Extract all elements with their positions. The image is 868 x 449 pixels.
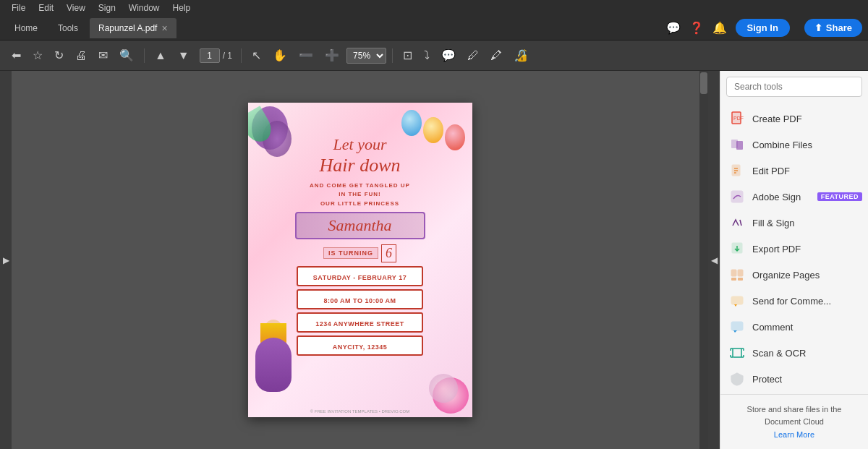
tool-item-create-pdf[interactable]: PDF Create PDF	[720, 106, 868, 132]
create-pdf-label: Create PDF	[752, 114, 802, 124]
send-comment-icon	[729, 293, 745, 309]
tool-item-scan-ocr[interactable]: Scan & OCR	[720, 340, 868, 366]
svg-rect-15	[738, 278, 743, 281]
toolbar-rotate-btn[interactable]: ⤵	[420, 46, 434, 65]
send-comment-label: Send for Comme...	[752, 296, 831, 307]
separator-3	[392, 48, 393, 63]
pdf-time-text: 8:00 AM TO 10:00 AM	[323, 297, 396, 304]
organize-pages-label: Organize Pages	[752, 270, 820, 281]
menu-view[interactable]: View	[61, 1, 91, 14]
header-icons: 💬 ❓ 🔔 Sign In ⬆ Share	[666, 19, 862, 37]
tool-item-fill-sign[interactable]: Fill & Sign	[720, 210, 868, 236]
main-content: ▶	[0, 71, 868, 449]
create-pdf-icon: PDF	[729, 111, 745, 127]
toolbar-back-btn[interactable]: ⬅	[7, 46, 25, 65]
pdf-content: Let your Hair down AND COME GET TANGLED …	[248, 103, 472, 417]
menu-edit[interactable]: Edit	[33, 1, 59, 14]
toolbar-refresh-btn[interactable]: ↻	[50, 46, 68, 65]
vertical-scrollbar[interactable]	[699, 71, 708, 449]
tab-home[interactable]: Home	[6, 20, 46, 36]
toolbar-email-btn[interactable]: ✉	[94, 46, 112, 65]
balloons	[401, 106, 465, 150]
panel-footer: Store and share files in the Document Cl…	[720, 394, 868, 449]
comment-icon	[729, 319, 745, 335]
pdf-viewer[interactable]: Let your Hair down AND COME GET TANGLED …	[12, 71, 708, 449]
tab-file[interactable]: Rapunzel A.pdf ×	[90, 18, 176, 38]
search-tools-input[interactable]	[726, 77, 862, 97]
menu-window[interactable]: Window	[123, 1, 166, 14]
left-panel-toggle[interactable]: ▶	[0, 71, 12, 449]
tool-item-prepare-form[interactable]: Prepare Form	[720, 392, 868, 394]
pdf-page: Let your Hair down AND COME GET TANGLED …	[248, 103, 472, 417]
export-pdf-label: Export PDF	[752, 244, 801, 255]
princess-body	[255, 338, 292, 392]
toolbar-next-page-btn[interactable]: ▼	[174, 46, 194, 65]
panel-footer-text: Store and share files in the Document Cl…	[729, 403, 859, 427]
tool-item-organize-pages[interactable]: Organize Pages	[720, 262, 868, 288]
toolbar-print-btn[interactable]: 🖨	[71, 46, 91, 65]
toolbar-cursor-btn[interactable]: ↖	[247, 46, 265, 65]
tab-tools[interactable]: Tools	[49, 20, 87, 36]
export-pdf-icon	[729, 241, 745, 257]
tool-item-protect[interactable]: Protect	[720, 366, 868, 392]
learn-more-link[interactable]: Learn More	[774, 430, 814, 439]
combine-files-label: Combine Files	[752, 140, 812, 150]
toolbar-search-btn[interactable]: 🔍	[115, 46, 138, 65]
toolbar-comment-btn[interactable]: 💬	[437, 46, 460, 65]
toolbar-pen-btn[interactable]: 🖊	[463, 46, 483, 65]
page-navigation: / 1	[200, 48, 232, 63]
chat-icon[interactable]: 💬	[666, 21, 681, 35]
pdf-subtitle: AND COME GET TANGLED UP IN THE FUN! OUR …	[310, 181, 410, 209]
tool-item-edit-pdf[interactable]: Edit PDF	[720, 158, 868, 184]
right-tools-panel: PDF Create PDF Combine Files Edit PDF	[720, 71, 868, 449]
scan-ocr-icon	[729, 345, 745, 361]
menu-sign[interactable]: Sign	[93, 1, 122, 14]
svg-rect-4	[736, 141, 743, 150]
menu-help[interactable]: Help	[167, 1, 197, 14]
tab-close-button[interactable]: ×	[161, 23, 167, 33]
page-total: / 1	[223, 51, 232, 61]
menu-file[interactable]: File	[6, 1, 31, 14]
toolbar-prev-page-btn[interactable]: ▲	[150, 46, 171, 65]
tool-item-combine-files[interactable]: Combine Files	[720, 132, 868, 158]
zoom-select[interactable]: 75%	[346, 48, 386, 64]
toolbar-stamp-btn[interactable]: 🔏	[509, 46, 532, 65]
adobe-sign-icon	[729, 189, 745, 205]
toolbar-highlight-btn[interactable]: 🖍	[486, 46, 506, 65]
pdf-age: 6	[381, 244, 396, 262]
pdf-turning-text: IS TURNING	[323, 247, 378, 259]
tab-bar: Home Tools Rapunzel A.pdf × 💬 ❓ 🔔 Sign I…	[0, 16, 868, 40]
pdf-title-line2: Hair down	[320, 154, 401, 176]
sign-in-button[interactable]: Sign In	[736, 19, 790, 37]
adobe-sign-label: Adobe Sign	[752, 192, 801, 202]
right-panel-toggle[interactable]: ◀	[708, 71, 720, 449]
tool-item-send-comment[interactable]: Send for Comme...	[720, 288, 868, 314]
toolbar-zoom-in-btn[interactable]: ➕	[320, 46, 344, 65]
comment-label: Comment	[752, 322, 793, 333]
page-number-input[interactable]	[200, 48, 220, 63]
pdf-city-box: ANYCITY, 12345	[297, 335, 423, 356]
pdf-address-text: 1234 ANYWHERE STREET	[315, 320, 404, 328]
help-icon[interactable]: ❓	[689, 21, 704, 35]
svg-rect-14	[731, 278, 736, 281]
toolbar-star-btn[interactable]: ☆	[28, 46, 47, 65]
bell-icon[interactable]: 🔔	[712, 21, 727, 35]
share-icon: ⬆	[814, 22, 822, 33]
edit-pdf-label: Edit PDF	[752, 166, 790, 176]
flower-pink-2	[429, 374, 458, 403]
svg-rect-16	[731, 296, 743, 304]
pdf-name-box: Samantha	[295, 212, 425, 239]
toolbar-hand-btn[interactable]: ✋	[268, 46, 292, 65]
toolbar-fit-page-btn[interactable]: ⊡	[399, 46, 417, 65]
share-button[interactable]: ⬆ Share	[804, 19, 862, 37]
tool-item-export-pdf[interactable]: Export PDF	[720, 236, 868, 262]
scrollbar-thumb[interactable]	[700, 72, 707, 94]
edit-pdf-icon	[729, 163, 745, 179]
protect-icon	[729, 371, 745, 387]
toolbar-zoom-out-btn[interactable]: ➖	[294, 46, 318, 65]
balloon-blue	[401, 110, 422, 136]
combine-files-icon	[729, 137, 745, 153]
tool-item-comment[interactable]: Comment	[720, 314, 868, 340]
tool-item-adobe-sign[interactable]: Adobe Sign FEATURED	[720, 184, 868, 210]
pdf-watermark: © FREE INVITATION TEMPLATES • DREVIO.COM	[310, 409, 409, 414]
